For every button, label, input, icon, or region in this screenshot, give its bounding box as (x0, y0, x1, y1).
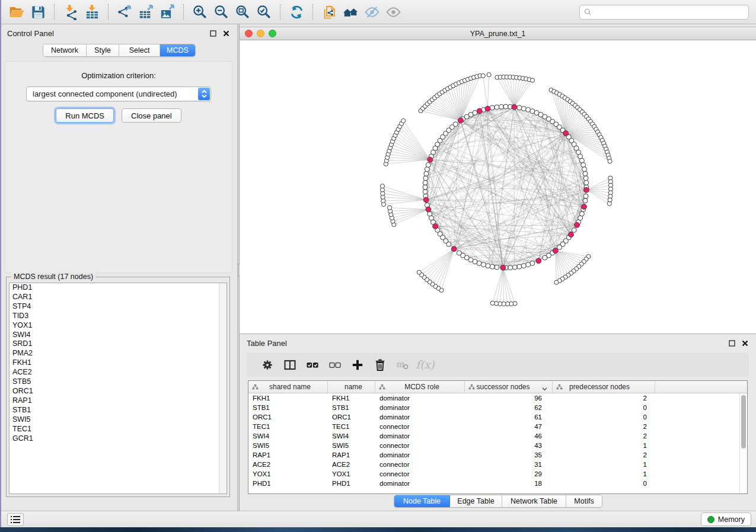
table-cell[interactable]: 35 (465, 450, 553, 460)
mcds-result-item[interactable]: ORC1 (9, 387, 227, 396)
refresh-icon[interactable] (286, 2, 307, 21)
save-session-icon[interactable] (27, 2, 49, 21)
mcds-result-item[interactable]: RAP1 (9, 396, 227, 406)
table-cell[interactable]: RAP1 (248, 450, 328, 460)
table-cell[interactable]: ACE2 (328, 460, 375, 469)
graph-leaf-node[interactable] (487, 73, 491, 77)
table-cell[interactable]: 0 (553, 412, 655, 422)
graph-node[interactable] (530, 261, 535, 265)
table-row[interactable]: STB1STB1dominator620 (248, 403, 747, 412)
table-cell[interactable]: FKH1 (248, 393, 328, 403)
zoom-selected-icon[interactable] (253, 2, 275, 21)
table-cell[interactable]: ORC1 (328, 412, 375, 422)
graph-node[interactable] (583, 194, 588, 198)
first-neighbors-icon[interactable] (340, 2, 361, 21)
graph-mcds-node[interactable] (485, 106, 490, 111)
import-table-icon[interactable] (81, 2, 103, 21)
table-row[interactable]: RAP1RAP1dominator352 (248, 450, 747, 460)
graph-mcds-node[interactable] (500, 265, 506, 271)
table-cell[interactable]: 1 (553, 469, 655, 479)
table-row[interactable]: SWI4SWI4dominator462 (248, 431, 747, 441)
table-cell[interactable]: 2 (553, 393, 655, 403)
import-network-icon[interactable] (60, 2, 81, 21)
graph-mcds-node[interactable] (536, 258, 541, 264)
table-cell[interactable]: connector (375, 422, 465, 431)
graph-node[interactable] (581, 162, 586, 167)
table-cell[interactable]: STB1 (328, 403, 375, 412)
tab-node-table[interactable]: Node Table (394, 495, 450, 507)
graph-mcds-node[interactable] (428, 157, 433, 162)
table-cell[interactable]: dominator (375, 393, 465, 403)
graph-node[interactable] (495, 265, 499, 270)
graph-node[interactable] (481, 262, 486, 267)
table-cell[interactable]: PHD1 (248, 479, 328, 488)
graph-leaf-node[interactable] (401, 118, 406, 123)
mcds-result-item[interactable]: PMA2 (9, 349, 227, 358)
table-cell[interactable]: dominator (375, 403, 465, 412)
table-cell[interactable]: TEC1 (328, 422, 375, 431)
graph-leaf-node[interactable] (554, 280, 559, 284)
graph-mcds-node[interactable] (584, 187, 589, 193)
open-file-icon[interactable] (6, 2, 27, 21)
float-table-panel-icon[interactable] (728, 339, 736, 347)
add-icon[interactable] (346, 355, 369, 374)
graph-node[interactable] (499, 104, 503, 109)
table-cell[interactable]: FKH1 (328, 393, 375, 403)
export-network-icon[interactable] (114, 2, 135, 21)
table-cell[interactable]: connector (375, 441, 465, 450)
mcds-result-item[interactable]: SWI4 (9, 331, 227, 340)
table-row[interactable]: ORC1ORC1dominator610 (248, 412, 747, 422)
graph-leaf-node[interactable] (490, 301, 495, 305)
tab-motifs[interactable]: Motifs (566, 495, 602, 507)
network-canvas[interactable] (240, 40, 756, 334)
table-cell[interactable]: 2 (553, 431, 655, 441)
column-header-successor-nodes[interactable]: successor nodes (465, 381, 553, 393)
duplicate-network-icon[interactable] (318, 2, 340, 21)
graph-node[interactable] (453, 122, 458, 127)
graph-leaf-node[interactable] (380, 184, 384, 188)
graph-leaf-node[interactable] (608, 159, 612, 164)
graph-node[interactable] (521, 264, 526, 268)
graph-node[interactable] (583, 176, 588, 181)
deselect-all-icon[interactable] (324, 355, 346, 374)
network-window-titlebar[interactable]: YPA_prune.txt_1 (240, 27, 756, 40)
table-cell[interactable]: STB1 (248, 403, 328, 412)
zoom-fit-icon[interactable] (232, 2, 253, 21)
graph-node[interactable] (584, 180, 589, 185)
table-row[interactable]: SWI5SWI5connector431 (248, 441, 747, 450)
graph-mcds-node[interactable] (569, 232, 574, 238)
table-cell[interactable]: 18 (465, 479, 553, 488)
close-table-panel-icon[interactable] (741, 339, 749, 347)
mcds-result-item[interactable]: TID3 (9, 312, 227, 321)
zoom-in-icon[interactable] (189, 2, 210, 21)
export-image-icon[interactable] (157, 2, 178, 21)
mcds-result-item[interactable]: SRD1 (9, 339, 227, 349)
mcds-result-list[interactable]: PHD1CAR1STP4TID3YOX1SWI4SRD1PMA2FKH1ACE2… (9, 283, 227, 494)
table-cell[interactable]: 1 (553, 460, 655, 469)
mcds-result-item[interactable]: TEC1 (9, 425, 227, 434)
table-cell[interactable]: ACE2 (248, 460, 328, 469)
graph-mcds-node[interactable] (563, 131, 569, 136)
table-cell[interactable]: 43 (465, 441, 553, 450)
table-cell[interactable]: 96 (465, 393, 553, 403)
table-scrollbar-thumb[interactable] (741, 395, 746, 448)
search-box[interactable] (579, 5, 749, 20)
graph-leaf-node[interactable] (387, 206, 391, 210)
graph-node[interactable] (582, 167, 587, 172)
graph-node[interactable] (473, 110, 477, 115)
graph-node[interactable] (423, 185, 428, 190)
table-cell[interactable]: connector (375, 469, 465, 479)
table-cell[interactable]: dominator (375, 479, 465, 488)
graph-mcds-node[interactable] (582, 204, 587, 210)
graph-mcds-node[interactable] (458, 118, 464, 123)
table-cell[interactable]: SWI5 (248, 441, 328, 450)
mcds-result-item[interactable]: STP4 (9, 302, 227, 312)
tab-network[interactable]: Network (43, 44, 87, 56)
graph-node[interactable] (521, 106, 526, 111)
tab-mcds[interactable]: MCDS (160, 44, 195, 56)
mcds-result-item[interactable]: ACE2 (9, 368, 227, 377)
table-scrollbar[interactable] (739, 393, 747, 493)
float-panel-icon[interactable] (209, 30, 217, 37)
graph-node[interactable] (583, 198, 588, 203)
tab-edge-table[interactable]: Edge Table (450, 495, 502, 507)
